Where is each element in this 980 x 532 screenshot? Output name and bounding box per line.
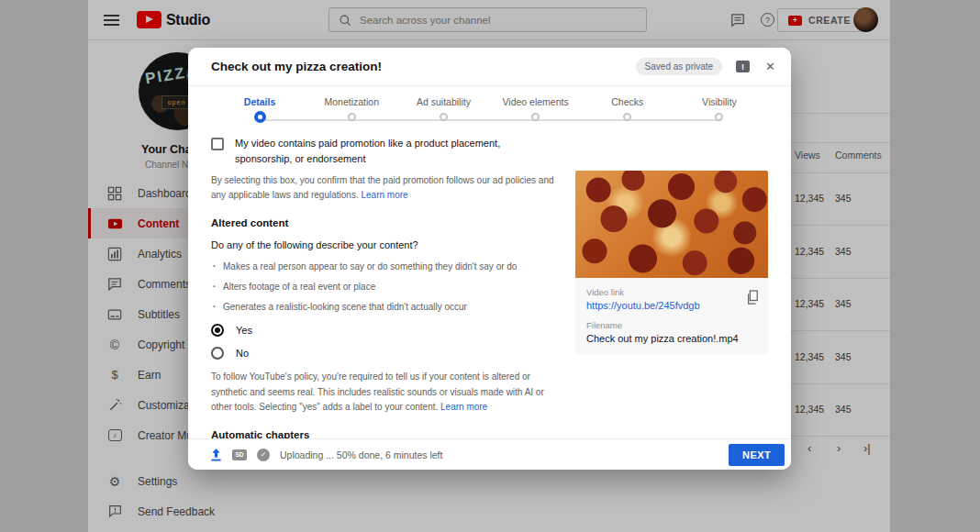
radio-yes[interactable] — [211, 324, 224, 337]
altered-content-policy: To follow YouTube's policy, you're requi… — [211, 370, 567, 415]
video-info-panel: Video link https://youtu.be/245fvdgb Fil… — [575, 278, 768, 354]
step-monetization[interactable]: Monetization — [306, 86, 397, 132]
filename-label: Filename — [586, 320, 757, 330]
learn-more-link[interactable]: Learn more — [361, 190, 407, 200]
video-thumbnail — [575, 171, 768, 278]
sd-quality-icon: SD — [232, 449, 247, 460]
processing-check-icon: ✓ — [257, 449, 270, 461]
paid-promotion-row: My video contains paid promotion like a … — [211, 136, 560, 167]
step-dot — [715, 113, 723, 121]
video-link-label: Video link — [586, 287, 757, 297]
video-link[interactable]: https://youtu.be/245fvdgb — [586, 300, 757, 311]
next-button[interactable]: NEXT — [729, 444, 785, 466]
dialog-body: My video contains paid promotion like a … — [211, 132, 768, 438]
paid-promotion-helper: By selecting this box, you confirm that … — [211, 173, 562, 203]
radio-no[interactable] — [211, 347, 224, 360]
step-visibility[interactable]: Visibility — [674, 86, 765, 132]
upload-status-text: Uploading ... 50% done, 6 minutes left — [280, 449, 718, 460]
filename-value: Check out my pizza creation!.mp4 — [586, 333, 757, 344]
screen: Studio Search across your channel ? + CR… — [0, 0, 980, 532]
step-details[interactable]: Details — [214, 86, 306, 132]
step-checks[interactable]: Checks — [582, 86, 674, 132]
saved-status-badge: Saved as private — [636, 58, 723, 75]
step-dot — [254, 111, 266, 123]
dialog-footer: SD ✓ Uploading ... 50% done, 6 minutes l… — [188, 438, 791, 470]
dialog-header: Check out my pizza creation! Saved as pr… — [188, 48, 791, 86]
copy-link-icon[interactable] — [746, 290, 759, 305]
upload-stepper: Details Monetization Ad suitability Vide… — [188, 86, 791, 132]
dialog-title: Check out my pizza creation! — [211, 60, 636, 73]
paid-promotion-checkbox[interactable] — [211, 138, 224, 150]
step-dot — [440, 113, 448, 121]
paid-promotion-label: My video contains paid promotion like a … — [235, 136, 551, 167]
step-video-elements[interactable]: Video elements — [490, 86, 582, 132]
step-dot — [348, 113, 356, 121]
video-preview-column: Video link https://youtu.be/245fvdgb Fil… — [575, 171, 768, 354]
upload-icon — [210, 449, 222, 461]
close-icon[interactable]: ✕ — [765, 61, 775, 72]
step-ad-suitability[interactable]: Ad suitability — [397, 86, 489, 132]
learn-more-link[interactable]: Learn more — [440, 402, 487, 412]
send-feedback-icon[interactable] — [736, 61, 750, 72]
upload-dialog: Check out my pizza creation! Saved as pr… — [188, 48, 791, 470]
